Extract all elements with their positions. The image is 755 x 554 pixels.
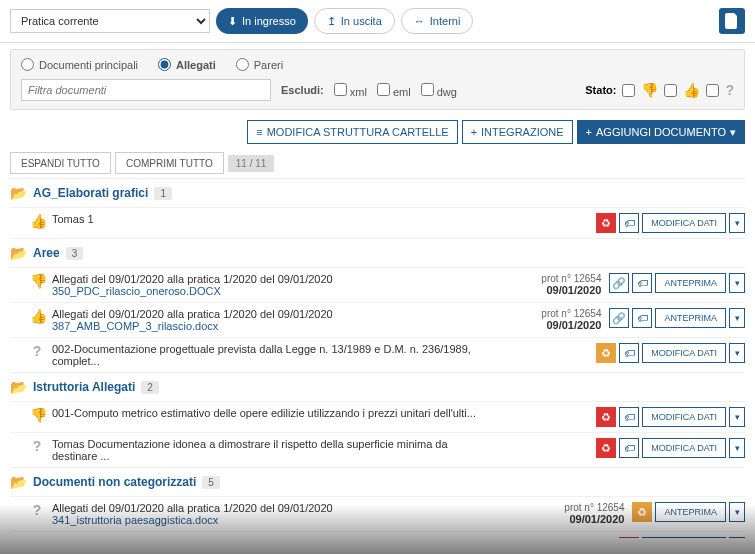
radio-label: Allegati	[176, 59, 216, 71]
list-icon: ≡	[256, 126, 262, 138]
item-body: 003-Documentazione idonea a dimostrare i…	[52, 537, 503, 538]
folder-open-icon: 📂	[10, 245, 27, 261]
folder-name: AG_Elaborati grafici	[33, 186, 148, 200]
folder-row[interactable]: 📂 Istruttoria Allegati 2	[10, 372, 745, 401]
item-status: ?	[30, 502, 44, 518]
item-actions: ♻🏷MODIFICA DATI▾	[596, 213, 745, 233]
recycle-icon[interactable]: ♻	[596, 407, 616, 427]
filter-input[interactable]	[21, 79, 271, 101]
row-action-button[interactable]: MODIFICA DATI	[642, 438, 726, 458]
expand-bar: ESPANDI TUTTO COMPRIMI TUTTO 11 / 11	[0, 148, 755, 178]
item-title: 003-Documentazione idonea a dimostrare i…	[52, 537, 503, 538]
item-link[interactable]: 350_PDC_rilascio_oneroso.DOCX	[52, 285, 493, 297]
row-dropdown-button[interactable]: ▾	[729, 308, 745, 328]
tag-icon[interactable]: 🏷	[619, 407, 639, 427]
item-body: 001-Computo metrico estimativo delle ope…	[52, 407, 480, 419]
stato-chk-down[interactable]	[622, 84, 635, 97]
interni-button[interactable]: ↔ Interni	[401, 8, 474, 34]
folder-row[interactable]: 📂 Documenti non categorizzati 5	[10, 467, 745, 496]
filter-row: Escludi: xml eml dwg Stato: 👎 👍 ?	[21, 79, 734, 101]
question-icon: ?	[33, 537, 42, 538]
row-dropdown-button[interactable]: ▾	[729, 438, 745, 458]
stato-label: Stato:	[585, 84, 616, 96]
action-bar: ≡MODIFICA STRUTTURA CARTELLE +INTEGRAZIO…	[0, 116, 755, 148]
stato-chk-up[interactable]	[664, 84, 677, 97]
item-row: 👎 001-Computo metrico estimativo delle o…	[10, 401, 745, 432]
row-action-button[interactable]: MODIFICA DATI	[642, 213, 726, 233]
folder-open-icon: 📂	[10, 474, 27, 490]
folder-row[interactable]: 📂 Aree 3	[10, 238, 745, 267]
folder-open-icon: 📂	[10, 379, 27, 395]
row-dropdown-button[interactable]: ▾	[729, 407, 745, 427]
item-status: ?	[30, 537, 44, 538]
question-icon: ?	[725, 82, 734, 98]
radio-row: Documenti principali Allegati Pareri	[21, 58, 734, 71]
row-action-button[interactable]: ANTEPRIMA	[655, 502, 726, 522]
row-action-button[interactable]: MODIFICA DATI	[642, 407, 726, 427]
recycle-icon[interactable]: ♻	[596, 343, 616, 363]
exclude-label: Escludi:	[281, 84, 324, 96]
item-status: ?	[30, 343, 44, 359]
item-status: ?	[30, 438, 44, 454]
radio-pareri[interactable]: Pareri	[236, 58, 283, 71]
item-actions: 🔗🏷ANTEPRIMA▾	[609, 308, 745, 328]
item-row: 👍 Tomas 1 ♻🏷MODIFICA DATI▾	[10, 207, 745, 238]
item-row: 👍 Allegati del 09/01/2020 alla pratica 1…	[10, 302, 745, 337]
chk-xml[interactable]: xml	[334, 83, 367, 98]
row-dropdown-button[interactable]: ▾	[729, 213, 745, 233]
item-link[interactable]: 387_AMB_COMP_3_rilascio.docx	[52, 320, 493, 332]
row-dropdown-button[interactable]: ▾	[729, 343, 745, 363]
item-body: Allegati del 09/01/2020 alla pratica 1/2…	[52, 308, 493, 332]
item-link[interactable]: 341_istruttoria paesaggistica.docx	[52, 514, 516, 526]
comprimi-tutto-button[interactable]: COMPRIMI TUTTO	[115, 152, 224, 174]
integrazione-button[interactable]: +INTEGRAZIONE	[462, 120, 573, 144]
radio-documenti-principali[interactable]: Documenti principali	[21, 58, 138, 71]
aggiungi-documento-button[interactable]: +AGGIUNGI DOCUMENTO▾	[577, 120, 745, 144]
folder-open-icon: 📂	[10, 185, 27, 201]
tag-icon[interactable]: 🏷	[632, 308, 652, 328]
row-action-button[interactable]: MODIFICA DATI	[642, 537, 726, 538]
folder-row[interactable]: 📂 AG_Elaborati grafici 1	[10, 178, 745, 207]
espandi-tutto-button[interactable]: ESPANDI TUTTO	[10, 152, 111, 174]
new-document-button[interactable]	[719, 8, 745, 34]
item-meta: prot n° 1265409/01/2020	[524, 502, 624, 525]
tag-icon[interactable]: 🏷	[619, 438, 639, 458]
button-label: Interni	[430, 15, 461, 27]
recycle-icon[interactable]: ♻	[632, 502, 652, 522]
recycle-icon[interactable]: ♻	[596, 438, 616, 458]
item-row: ? Allegati del 09/01/2020 alla pratica 1…	[10, 496, 745, 531]
radio-allegati[interactable]: Allegati	[158, 58, 216, 71]
tag-icon[interactable]: 🏷	[632, 273, 652, 293]
item-actions: 🔗🏷ANTEPRIMA▾	[609, 273, 745, 293]
link-icon[interactable]: 🔗	[609, 273, 629, 293]
row-action-button[interactable]: MODIFICA DATI	[642, 343, 726, 363]
thumb-up-icon: 👍	[683, 82, 700, 98]
pratica-select[interactable]: Pratica corrente	[10, 9, 210, 33]
stato-chk-q[interactable]	[706, 84, 719, 97]
row-action-button[interactable]: ANTEPRIMA	[655, 308, 726, 328]
chk-dwg[interactable]: dwg	[421, 83, 457, 98]
modifica-struttura-button[interactable]: ≡MODIFICA STRUTTURA CARTELLE	[247, 120, 457, 144]
recycle-icon[interactable]: ♻	[596, 213, 616, 233]
item-body: Allegati del 09/01/2020 alla pratica 1/2…	[52, 502, 516, 526]
recycle-icon[interactable]: ♻	[619, 537, 639, 538]
download-icon: ⬇	[228, 15, 237, 28]
tag-icon[interactable]: 🏷	[619, 213, 639, 233]
row-dropdown-button[interactable]: ▾	[729, 502, 745, 522]
folder-name: Documenti non categorizzati	[33, 475, 196, 489]
row-dropdown-button[interactable]: ▾	[729, 537, 745, 538]
link-icon[interactable]: 🔗	[609, 308, 629, 328]
item-status: 👎	[30, 407, 44, 423]
thumb-down-icon: 👎	[30, 273, 47, 289]
radio-label: Pareri	[254, 59, 283, 71]
row-action-button[interactable]: ANTEPRIMA	[655, 273, 726, 293]
row-dropdown-button[interactable]: ▾	[729, 273, 745, 293]
in-ingresso-button[interactable]: ⬇ In ingresso	[216, 8, 308, 34]
document-tree: 📂 AG_Elaborati grafici 1 👍 Tomas 1 ♻🏷MOD…	[0, 178, 755, 538]
folder-count: 2	[141, 381, 159, 394]
item-title: Allegati del 09/01/2020 alla pratica 1/2…	[52, 308, 493, 320]
tag-icon[interactable]: 🏷	[619, 343, 639, 363]
in-uscita-button[interactable]: ↥ In uscita	[314, 8, 395, 34]
chk-eml[interactable]: eml	[377, 83, 411, 98]
swap-icon: ↔	[414, 15, 425, 27]
